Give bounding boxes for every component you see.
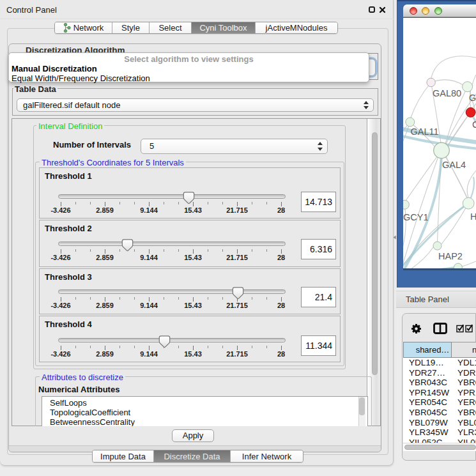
svg-text:CD: CD <box>472 119 476 130</box>
svg-text:HIS: HIS <box>470 211 476 222</box>
svg-text:GAL4: GAL4 <box>442 160 466 170</box>
svg-text:HAP2: HAP2 <box>438 251 463 261</box>
svg-text:GAL1: GAL1 <box>469 93 476 103</box>
svg-text:GAL11: GAL11 <box>411 127 439 137</box>
svg-text:GAL80: GAL80 <box>433 88 461 98</box>
svg-text:GCY1: GCY1 <box>403 212 429 222</box>
